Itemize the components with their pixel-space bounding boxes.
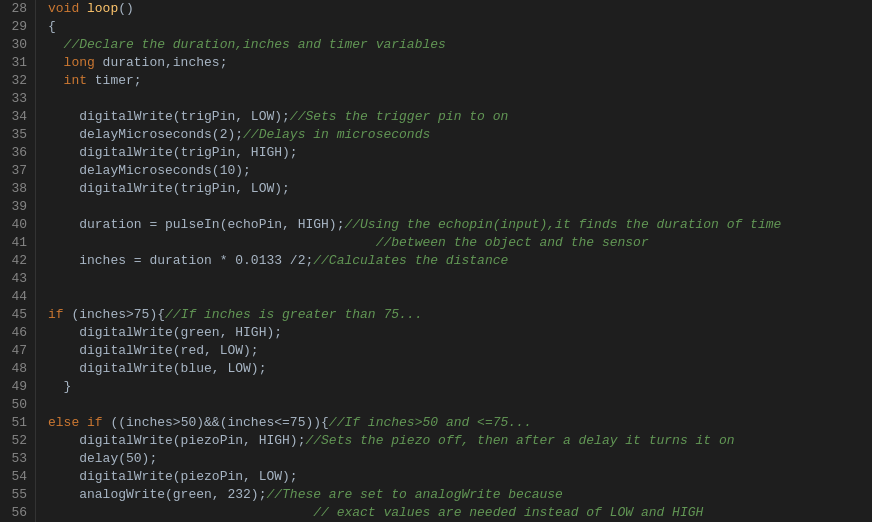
line-number: 30 <box>8 36 27 54</box>
code-line <box>48 198 872 216</box>
code-token: inches = duration * 0.0133 /2; <box>48 253 313 268</box>
code-line: analogWrite(green, 232);//These are set … <box>48 486 872 504</box>
line-number: 29 <box>8 18 27 36</box>
code-token: digitalWrite(blue, LOW); <box>48 361 266 376</box>
line-number: 33 <box>8 90 27 108</box>
line-number: 42 <box>8 252 27 270</box>
code-token: () <box>118 1 134 16</box>
code-line: } <box>48 378 872 396</box>
line-number: 52 <box>8 432 27 450</box>
line-number: 41 <box>8 234 27 252</box>
code-editor: 2829303132333435363738394041424344454647… <box>0 0 872 522</box>
line-number: 51 <box>8 414 27 432</box>
code-line: delayMicroseconds(2);//Delays in microse… <box>48 126 872 144</box>
code-token: digitalWrite(green, HIGH); <box>48 325 282 340</box>
code-line: if (inches>75){//If inches is greater th… <box>48 306 872 324</box>
line-number: 38 <box>8 180 27 198</box>
line-number: 56 <box>8 504 27 522</box>
code-token: //These are set to analogWrite because <box>266 487 562 502</box>
line-number: 37 <box>8 162 27 180</box>
line-number: 39 <box>8 198 27 216</box>
code-token: //Delays in microseconds <box>243 127 430 142</box>
code-line <box>48 270 872 288</box>
line-number: 53 <box>8 450 27 468</box>
code-token: { <box>48 19 56 34</box>
code-token: //If inches is greater than 75... <box>165 307 422 322</box>
line-number: 44 <box>8 288 27 306</box>
code-token: void <box>48 1 87 16</box>
line-number: 49 <box>8 378 27 396</box>
code-line: digitalWrite(trigPin, HIGH); <box>48 144 872 162</box>
code-line: duration = pulseIn(echoPin, HIGH);//Usin… <box>48 216 872 234</box>
code-token: //If inches>50 and <=75... <box>329 415 532 430</box>
code-line: digitalWrite(trigPin, LOW); <box>48 180 872 198</box>
code-token: digitalWrite(trigPin, LOW); <box>48 181 290 196</box>
line-number: 32 <box>8 72 27 90</box>
code-token: digitalWrite(trigPin, HIGH); <box>48 145 298 160</box>
code-line: //Declare the duration,inches and timer … <box>48 36 872 54</box>
code-token: int <box>48 73 95 88</box>
line-numbers: 2829303132333435363738394041424344454647… <box>0 0 36 522</box>
code-line <box>48 396 872 414</box>
code-token: loop <box>87 1 118 16</box>
code-token: else if <box>48 415 110 430</box>
line-number: 50 <box>8 396 27 414</box>
code-token: delayMicroseconds(2); <box>48 127 243 142</box>
code-token: timer; <box>95 73 142 88</box>
code-token: } <box>48 379 71 394</box>
code-token: analogWrite(green, 232); <box>48 487 266 502</box>
code-line: digitalWrite(blue, LOW); <box>48 360 872 378</box>
line-number: 47 <box>8 342 27 360</box>
code-token: (inches>75){ <box>71 307 165 322</box>
line-number: 48 <box>8 360 27 378</box>
code-token: digitalWrite(red, LOW); <box>48 343 259 358</box>
line-number: 28 <box>8 0 27 18</box>
code-line: int timer; <box>48 72 872 90</box>
line-number: 36 <box>8 144 27 162</box>
code-line: digitalWrite(green, HIGH); <box>48 324 872 342</box>
code-line: inches = duration * 0.0133 /2;//Calculat… <box>48 252 872 270</box>
code-line: delayMicroseconds(10); <box>48 162 872 180</box>
code-line <box>48 288 872 306</box>
code-line: //between the object and the sensor <box>48 234 872 252</box>
code-token: digitalWrite(trigPin, LOW); <box>48 109 290 124</box>
line-number: 34 <box>8 108 27 126</box>
code-line: else if ((inches>50)&&(inches<=75)){//If… <box>48 414 872 432</box>
code-line: delay(50); <box>48 450 872 468</box>
code-line: { <box>48 18 872 36</box>
code-token: //between the object and the sensor <box>48 235 649 250</box>
code-line: // exact values are needed instead of LO… <box>48 504 872 522</box>
code-line: digitalWrite(trigPin, LOW);//Sets the tr… <box>48 108 872 126</box>
code-token: //Declare the duration,inches and timer … <box>48 37 446 52</box>
code-token: digitalWrite(piezoPin, LOW); <box>48 469 298 484</box>
line-number: 54 <box>8 468 27 486</box>
code-line: digitalWrite(red, LOW); <box>48 342 872 360</box>
code-token: //Calculates the distance <box>313 253 508 268</box>
code-line: digitalWrite(piezoPin, LOW); <box>48 468 872 486</box>
code-token: long <box>48 55 103 70</box>
code-token: delayMicroseconds(10); <box>48 163 251 178</box>
code-token: duration,inches; <box>103 55 228 70</box>
line-number: 45 <box>8 306 27 324</box>
code-token: //Sets the trigger pin to on <box>290 109 508 124</box>
line-number: 31 <box>8 54 27 72</box>
code-token: ((inches>50)&&(inches<=75)){ <box>110 415 328 430</box>
code-token: //Sets the piezo off, then after a delay… <box>305 433 734 448</box>
code-token: digitalWrite(piezoPin, HIGH); <box>48 433 305 448</box>
code-token: delay(50); <box>48 451 157 466</box>
line-number: 40 <box>8 216 27 234</box>
code-line <box>48 90 872 108</box>
code-token: // exact values are needed instead of LO… <box>48 505 703 520</box>
code-line: digitalWrite(piezoPin, HIGH);//Sets the … <box>48 432 872 450</box>
line-number: 46 <box>8 324 27 342</box>
line-number: 35 <box>8 126 27 144</box>
line-number: 55 <box>8 486 27 504</box>
code-token: duration = pulseIn(echoPin, HIGH); <box>48 217 344 232</box>
code-line: long duration,inches; <box>48 54 872 72</box>
code-content[interactable]: void loop(){ //Declare the duration,inch… <box>36 0 872 522</box>
code-token: if <box>48 307 71 322</box>
line-number: 43 <box>8 270 27 288</box>
code-line: void loop() <box>48 0 872 18</box>
code-token: //Using the echopin(input),it finds the … <box>344 217 781 232</box>
